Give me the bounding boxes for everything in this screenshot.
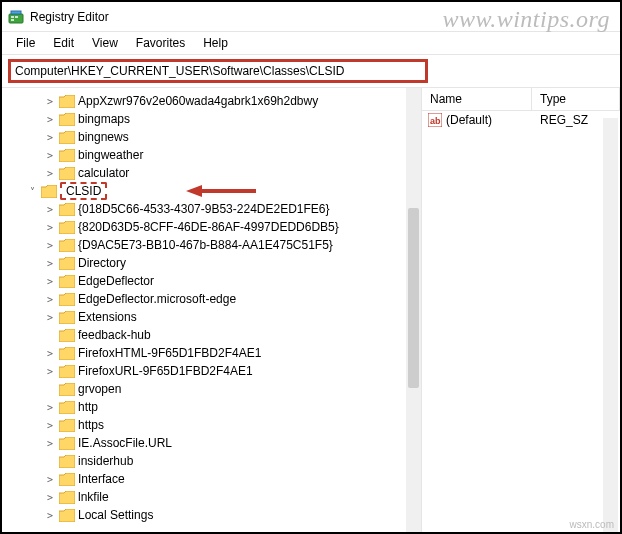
titlebar: Registry Editor	[2, 2, 620, 32]
tree-node[interactable]: >Extensions	[44, 308, 419, 326]
tree-node-label: {018D5C66-4533-4307-9B53-224DE2ED1FE6}	[78, 202, 330, 216]
tree-node-label: FirefoxHTML-9F65D1FBD2F4AE1	[78, 346, 261, 360]
tree-node-label: feedback-hub	[78, 328, 151, 342]
folder-icon	[59, 239, 75, 252]
expand-icon[interactable]: >	[44, 402, 56, 413]
tree-node-label: AppXzwr976v2e060wada4gabrk1x69h2dbwy	[78, 94, 318, 108]
tree-node[interactable]: >{018D5C66-4533-4307-9B53-224DE2ED1FE6}	[44, 200, 419, 218]
expand-icon[interactable]: >	[44, 132, 56, 143]
folder-icon	[59, 275, 75, 288]
annotation-arrow	[186, 183, 256, 199]
expand-icon[interactable]: >	[44, 348, 56, 359]
tree-node[interactable]: >bingnews	[44, 128, 419, 146]
folder-icon	[59, 401, 75, 414]
value-name-cell: ab(Default)	[428, 113, 540, 127]
expand-icon[interactable]: >	[44, 96, 56, 107]
tree-node[interactable]: >http	[44, 398, 419, 416]
folder-icon	[59, 293, 75, 306]
collapse-icon[interactable]: ˅	[26, 186, 38, 197]
menu-favorites[interactable]: Favorites	[128, 34, 193, 52]
registry-tree[interactable]: >AppXzwr976v2e060wada4gabrk1x69h2dbwy>bi…	[4, 92, 419, 524]
tree-node[interactable]: >EdgeDeflector	[44, 272, 419, 290]
tree-node[interactable]: >bingmaps	[44, 110, 419, 128]
column-header-type[interactable]: Type	[532, 88, 620, 110]
folder-icon	[59, 347, 75, 360]
tree-node-clsid[interactable]: ˅ CLSID	[26, 182, 419, 200]
expand-icon[interactable]: >	[44, 294, 56, 305]
tree-node-label: grvopen	[78, 382, 121, 396]
values-scrollbar[interactable]	[603, 118, 618, 532]
tree-node-label: bingweather	[78, 148, 143, 162]
expand-icon[interactable]: >	[44, 474, 56, 485]
tree-node[interactable]: >https	[44, 416, 419, 434]
folder-icon	[59, 509, 75, 522]
tree-node[interactable]: >FirefoxHTML-9F65D1FBD2F4AE1	[44, 344, 419, 362]
svg-rect-4	[11, 11, 21, 14]
tree-scrollbar[interactable]	[406, 88, 421, 534]
column-header-name[interactable]: Name	[422, 88, 532, 110]
tree-node-label: {820D63D5-8CFF-46DE-86AF-4997DEDD6DB5}	[78, 220, 339, 234]
expand-icon[interactable]: >	[44, 420, 56, 431]
tree-node[interactable]: >grvopen	[44, 380, 419, 398]
expand-icon[interactable]: >	[44, 438, 56, 449]
tree-node[interactable]: >FirefoxURL-9F65D1FBD2F4AE1	[44, 362, 419, 380]
svg-marker-6	[186, 185, 202, 197]
expand-icon[interactable]: >	[44, 204, 56, 215]
menu-help[interactable]: Help	[195, 34, 236, 52]
folder-icon	[59, 257, 75, 270]
values-header: Name Type	[422, 88, 620, 111]
expand-icon[interactable]: >	[44, 150, 56, 161]
folder-icon	[59, 437, 75, 450]
tree-node[interactable]: >Interface	[44, 470, 419, 488]
values-pane: Name Type ab(Default)REG_SZ	[422, 88, 620, 534]
folder-icon	[59, 473, 75, 486]
expand-icon[interactable]: >	[44, 312, 56, 323]
folder-icon	[59, 491, 75, 504]
folder-icon	[59, 203, 75, 216]
menu-edit[interactable]: Edit	[45, 34, 82, 52]
tree-node-label: FirefoxURL-9F65D1FBD2F4AE1	[78, 364, 253, 378]
expand-icon[interactable]: >	[44, 492, 56, 503]
expand-icon[interactable]: >	[44, 276, 56, 287]
tree-node-label: bingmaps	[78, 112, 130, 126]
menu-view[interactable]: View	[84, 34, 126, 52]
tree-node[interactable]: >AppXzwr976v2e060wada4gabrk1x69h2dbwy	[44, 92, 419, 110]
expand-icon[interactable]: >	[44, 222, 56, 233]
tree-node[interactable]: >bingweather	[44, 146, 419, 164]
expand-icon[interactable]: >	[44, 168, 56, 179]
expand-icon[interactable]: >	[44, 240, 56, 251]
tree-node[interactable]: >Directory	[44, 254, 419, 272]
tree-node[interactable]: >{820D63D5-8CFF-46DE-86AF-4997DEDD6DB5}	[44, 218, 419, 236]
tree-node[interactable]: >Local Settings	[44, 506, 419, 524]
tree-node-label: EdgeDeflector	[78, 274, 154, 288]
folder-icon	[59, 329, 75, 342]
menu-file[interactable]: File	[8, 34, 43, 52]
tree-node-label: http	[78, 400, 98, 414]
folder-icon	[59, 167, 75, 180]
svg-rect-3	[11, 19, 14, 21]
expand-icon[interactable]: >	[44, 510, 56, 521]
folder-icon	[59, 131, 75, 144]
svg-rect-1	[11, 16, 14, 18]
expand-icon[interactable]: >	[44, 114, 56, 125]
tree-node[interactable]: >{D9AC5E73-BB10-467b-B884-AA1E475C51F5}	[44, 236, 419, 254]
tree-node[interactable]: >feedback-hub	[44, 326, 419, 344]
tree-node[interactable]: >EdgeDeflector.microsoft-edge	[44, 290, 419, 308]
tree-node-label: insiderhub	[78, 454, 133, 468]
value-row[interactable]: ab(Default)REG_SZ	[422, 111, 620, 129]
expand-icon[interactable]: >	[44, 366, 56, 377]
tree-node[interactable]: >IE.AssocFile.URL	[44, 434, 419, 452]
tree-node[interactable]: >insiderhub	[44, 452, 419, 470]
tree-node[interactable]: >calculator	[44, 164, 419, 182]
folder-icon	[59, 455, 75, 468]
tree-node[interactable]: >lnkfile	[44, 488, 419, 506]
folder-icon	[41, 185, 57, 198]
tree-pane: >AppXzwr976v2e060wada4gabrk1x69h2dbwy>bi…	[2, 88, 422, 534]
scrollbar-thumb[interactable]	[408, 208, 419, 388]
tree-node-label: CLSID	[60, 182, 107, 200]
expand-icon[interactable]: >	[44, 258, 56, 269]
main-split: >AppXzwr976v2e060wada4gabrk1x69h2dbwy>bi…	[2, 88, 620, 534]
tree-node-label: {D9AC5E73-BB10-467b-B884-AA1E475C51F5}	[78, 238, 333, 252]
address-input[interactable]: Computer\HKEY_CURRENT_USER\Software\Clas…	[8, 59, 428, 83]
folder-icon	[59, 113, 75, 126]
